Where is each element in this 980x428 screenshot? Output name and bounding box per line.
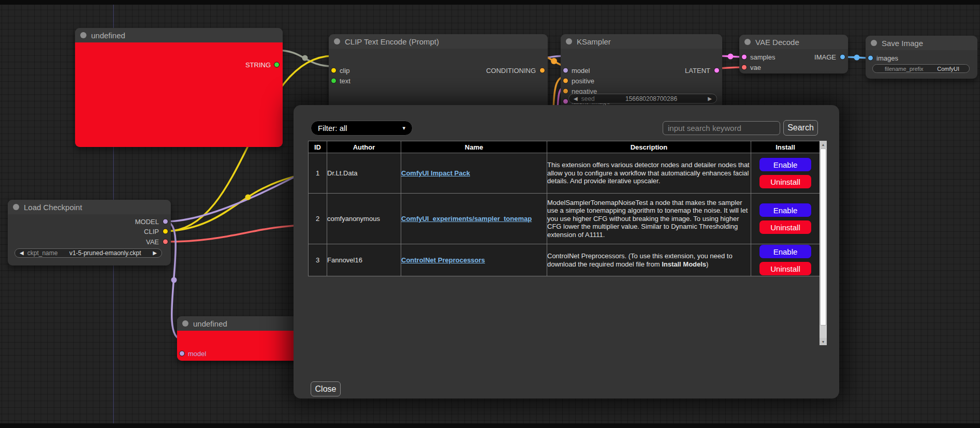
- collapse-dot-icon[interactable]: [566, 38, 572, 45]
- uninstall-button[interactable]: Uninstall: [759, 174, 812, 189]
- collapse-dot-icon[interactable]: [334, 38, 340, 45]
- extension-link[interactable]: ComfyUI_experiments/sampler_tonemap: [401, 215, 532, 223]
- output-port[interactable]: [163, 239, 168, 245]
- node-title: VAE Decode: [755, 38, 799, 47]
- node-body: images filename_prefix ComfyUI: [866, 50, 977, 79]
- cell-install: EnableUninstall: [751, 194, 820, 244]
- column-header: Description: [547, 141, 751, 153]
- input-port[interactable]: [868, 55, 873, 61]
- cell-name: ControlNet Preprocessors: [401, 244, 547, 276]
- comfyui-canvas[interactable]: undefined STRING CLIP Text Encode (Promp…: [0, 0, 980, 428]
- link-dot[interactable]: [551, 58, 557, 64]
- scrollbar-thumb[interactable]: [820, 149, 826, 326]
- output-port[interactable]: [714, 68, 720, 73]
- cell-description: This extension offers various detector n…: [547, 153, 751, 194]
- node-undefined-top[interactable]: undefined STRING: [75, 28, 283, 147]
- node-title-bar[interactable]: Load Checkpoint: [8, 200, 171, 214]
- link-dot[interactable]: [728, 54, 734, 60]
- link-dot[interactable]: [171, 277, 177, 283]
- input-label: vae: [750, 64, 761, 71]
- enable-button[interactable]: Enable: [759, 203, 812, 217]
- node-title: CLIP Text Encode (Prompt): [345, 37, 439, 46]
- node-body: MODEL CLIP VAE ◀ ckpt_name v1-5-pruned-e…: [8, 214, 171, 265]
- ckpt-name-widget[interactable]: ◀ ckpt_name v1-5-pruned-emaonly.ckpt ▶: [14, 248, 162, 258]
- output-label: MODEL: [135, 218, 159, 226]
- enable-button[interactable]: Enable: [759, 244, 812, 259]
- scrollbar[interactable]: ▲ ▼: [820, 141, 827, 345]
- enable-button[interactable]: Enable: [759, 157, 812, 172]
- filename-prefix-widget[interactable]: filename_prefix ComfyUI: [872, 64, 970, 73]
- input-port[interactable]: [741, 65, 747, 70]
- link-dot[interactable]: [854, 55, 860, 61]
- scroll-down-icon[interactable]: ▼: [820, 338, 827, 345]
- increment-arrow-icon[interactable]: ▶: [153, 250, 157, 256]
- output-label: IMAGE: [814, 53, 836, 61]
- cell-id: 2: [309, 194, 327, 244]
- cell-install: EnableUninstall: [751, 244, 820, 276]
- input-port[interactable]: [563, 88, 568, 94]
- chevron-down-icon: ▾: [402, 125, 405, 131]
- node-vae-decode[interactable]: VAE Decode samples vae IMAGE: [739, 35, 848, 73]
- link-dot[interactable]: [245, 195, 251, 200]
- increment-arrow-icon[interactable]: ▶: [708, 96, 712, 101]
- node-body: samples vae IMAGE: [739, 49, 848, 73]
- output-port[interactable]: [163, 219, 168, 225]
- cell-description: ControlNet Preprocessors. (To use this e…: [547, 244, 751, 276]
- node-title-bar[interactable]: CLIP Text Encode (Prompt): [329, 34, 548, 49]
- uninstall-button[interactable]: Uninstall: [759, 261, 812, 276]
- link-dot[interactable]: [302, 55, 308, 61]
- node-title-bar[interactable]: Save Image: [866, 36, 977, 50]
- input-port[interactable]: [179, 351, 185, 357]
- decrement-arrow-icon[interactable]: ◀: [574, 96, 578, 101]
- node-title-bar[interactable]: undefined: [75, 28, 283, 42]
- cell-description: ModelSamplerTonemapNoiseTest a node that…: [547, 194, 751, 244]
- collapse-dot-icon[interactable]: [871, 40, 877, 46]
- input-label: images: [876, 54, 898, 62]
- input-port[interactable]: [331, 78, 337, 84]
- filter-value: Filter: all: [318, 124, 347, 132]
- cell-name: ComfyUI Impact Pack: [401, 153, 547, 194]
- seed-widget[interactable]: ◀ seed 156680208700286 ▶: [568, 94, 717, 104]
- input-label: text: [340, 77, 350, 85]
- output-label: LATENT: [685, 67, 710, 75]
- cell-author: comfyanonymous: [327, 194, 401, 244]
- input-label: positive: [572, 77, 594, 85]
- collapse-dot-icon[interactable]: [80, 32, 86, 38]
- bottom-edge: [0, 423, 980, 428]
- node-body: model positive negative latent_image LAT…: [561, 49, 722, 109]
- output-port[interactable]: [840, 54, 845, 60]
- widget-label: filename_prefix: [885, 66, 924, 72]
- search-button[interactable]: Search: [783, 120, 818, 136]
- output-port[interactable]: [163, 229, 168, 234]
- uninstall-button[interactable]: Uninstall: [759, 220, 812, 234]
- collapse-dot-icon[interactable]: [13, 204, 19, 210]
- widget-value: ComfyUI: [937, 66, 959, 72]
- output-port[interactable]: [539, 68, 545, 73]
- column-header: ID: [309, 141, 327, 153]
- node-title-bar[interactable]: VAE Decode: [739, 35, 848, 49]
- column-header: Name: [401, 141, 547, 153]
- input-port[interactable]: [563, 99, 568, 105]
- filter-select[interactable]: Filter: all ▾: [311, 121, 413, 136]
- top-edge: [0, 0, 980, 5]
- cell-install: EnableUninstall: [751, 153, 820, 194]
- extension-link[interactable]: ComfyUI Impact Pack: [401, 169, 470, 177]
- decrement-arrow-icon[interactable]: ◀: [20, 250, 24, 256]
- cell-name: ComfyUI_experiments/sampler_tonemap: [401, 194, 547, 244]
- node-save-image[interactable]: Save Image images filename_prefix ComfyU…: [866, 36, 977, 79]
- close-button[interactable]: Close: [311, 381, 341, 396]
- collapse-dot-icon[interactable]: [744, 39, 751, 45]
- node-ksampler[interactable]: KSampler model positive negative latent_…: [561, 34, 722, 109]
- input-label: model: [188, 350, 206, 358]
- extension-manager-dialog: Filter: all ▾ Search IDAuthorNameDescrip…: [294, 105, 839, 399]
- scroll-up-icon[interactable]: ▲: [820, 141, 827, 148]
- input-port[interactable]: [563, 78, 568, 84]
- output-port[interactable]: [274, 62, 280, 68]
- extension-table-container: IDAuthorNameDescriptionInstall 1Dr.Lt.Da…: [308, 141, 827, 345]
- node-title: undefined: [193, 319, 227, 328]
- node-title-bar[interactable]: KSampler: [561, 34, 722, 49]
- search-input[interactable]: [663, 121, 780, 135]
- extension-link[interactable]: ControlNet Preprocessors: [401, 256, 485, 264]
- collapse-dot-icon[interactable]: [182, 320, 188, 327]
- node-load-checkpoint[interactable]: Load Checkpoint MODEL CLIP VAE ◀ ckpt_na…: [8, 200, 171, 265]
